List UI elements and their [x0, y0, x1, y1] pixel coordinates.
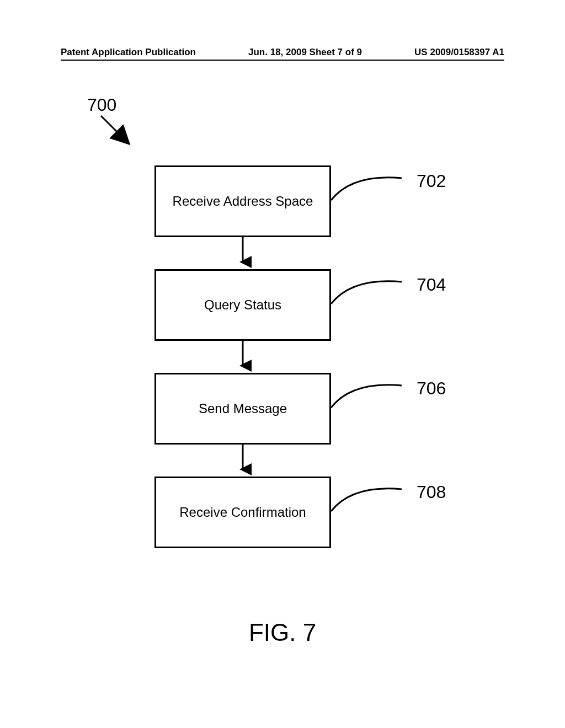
- svg-line-0: [101, 116, 127, 142]
- step-number: 706: [417, 378, 446, 399]
- step-label: Receive Address Space: [173, 194, 313, 209]
- flow-arrow-icon: [234, 445, 252, 478]
- step-number: 708: [417, 482, 446, 502]
- step-box-receive-confirmation: Receive Confirmation: [154, 477, 331, 548]
- step-box-receive-address-space: Receive Address Space: [154, 165, 331, 237]
- step-number: 702: [417, 171, 446, 191]
- leader-line: [330, 168, 429, 201]
- leader-line: [330, 479, 429, 512]
- step-box-send-message: Send Message: [154, 373, 331, 445]
- figure-caption: FIG. 7: [0, 619, 565, 646]
- flow-arrow-icon: [234, 341, 252, 374]
- step-number: 704: [417, 275, 446, 295]
- page-header: Patent Application Publication Jun. 18, …: [61, 47, 504, 58]
- step-label: Receive Confirmation: [179, 505, 306, 520]
- figure-ref-arrow-icon: [97, 110, 141, 154]
- header-date-sheet: Jun. 18, 2009 Sheet 7 of 9: [248, 47, 362, 58]
- header-publication: Patent Application Publication: [61, 47, 196, 58]
- header-rule: [61, 60, 504, 61]
- leader-line: [330, 272, 429, 305]
- leader-line: [330, 376, 429, 409]
- step-label: Send Message: [199, 401, 287, 416]
- step-label: Query Status: [204, 297, 281, 313]
- flow-arrow-icon: [234, 237, 252, 270]
- header-pub-number: US 2009/0158397 A1: [414, 47, 504, 58]
- step-box-query-status: Query Status: [154, 269, 331, 341]
